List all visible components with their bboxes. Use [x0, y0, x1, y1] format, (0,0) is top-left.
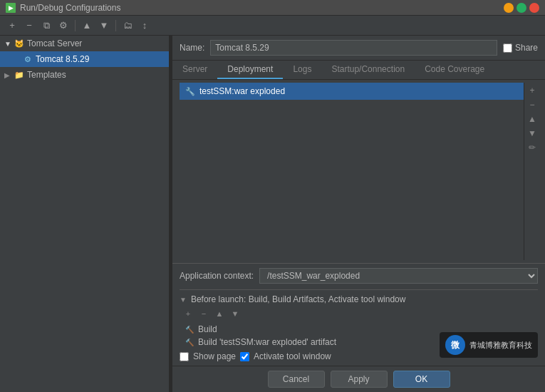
- artifact-label: testSSM:war exploded: [199, 86, 285, 96]
- sidebar-item-tomcat-8529[interactable]: ⚙ Tomcat 8.5.29: [0, 51, 169, 67]
- sidebar-item-tomcat-server[interactable]: ▼ 🐱 Tomcat Server: [0, 36, 169, 51]
- artifact-row-testssm[interactable]: 🔧 testSSM:war exploded: [180, 83, 524, 100]
- toolbar-separator-2: [115, 20, 116, 31]
- tab-code-coverage[interactable]: Code Coverage: [415, 61, 494, 79]
- name-row: Name: Share: [172, 36, 545, 61]
- bl-remove-button[interactable]: −: [197, 307, 211, 320]
- templates-label: Templates: [27, 70, 66, 80]
- tab-server[interactable]: Server: [172, 61, 217, 79]
- folder-button[interactable]: 🗂: [120, 18, 135, 33]
- artifact-remove-button[interactable]: −: [526, 98, 538, 111]
- watermark-text: 青城博雅教育科技: [469, 340, 532, 351]
- bl-down-button[interactable]: ▼: [228, 307, 242, 320]
- tomcat-server-label: Tomcat Server: [27, 38, 82, 48]
- window-controls: [504, 3, 539, 13]
- watermark: 微 青城博雅教育科技: [440, 332, 538, 358]
- add-config-button[interactable]: +: [4, 18, 20, 33]
- build-artifact-label: Build 'testSSM:war exploded' artifact: [198, 337, 336, 347]
- sidebar-item-templates[interactable]: ▶ 📁 Templates: [0, 67, 169, 83]
- minimize-button[interactable]: [504, 3, 514, 13]
- window-title: Run/Debug Configurations: [20, 3, 499, 13]
- build-artifact-icon: 🔨: [185, 338, 194, 346]
- close-button[interactable]: [529, 3, 539, 13]
- build-icon: 🔨: [185, 325, 194, 334]
- settings-button[interactable]: ⚙: [56, 18, 71, 33]
- tab-logs[interactable]: Logs: [283, 61, 321, 79]
- deployment-panel: 🔧 testSSM:war exploded + − ▲ ▼ ✏ Applica…: [172, 80, 545, 366]
- tab-startup[interactable]: Startup/Connection: [321, 61, 415, 79]
- artifact-edit-button[interactable]: ✏: [526, 141, 538, 154]
- name-label: Name:: [180, 43, 204, 53]
- artifact-add-button[interactable]: +: [526, 84, 538, 97]
- apply-button[interactable]: Apply: [331, 371, 388, 388]
- share-area: Share: [503, 43, 538, 53]
- artifact-move-down-button[interactable]: ▼: [526, 127, 538, 140]
- artifact-icon: 🔧: [185, 87, 195, 96]
- app-context-select[interactable]: /testSSM_war_exploded: [259, 268, 538, 284]
- bl-add-button[interactable]: +: [181, 307, 195, 320]
- tab-deployment[interactable]: Deployment: [217, 61, 283, 79]
- sort-button[interactable]: ↕: [137, 18, 152, 33]
- tomcat-server-arrow: ▼: [4, 40, 11, 48]
- artifact-list: 🔧 testSSM:war exploded: [180, 83, 524, 260]
- build-item-label: Build: [198, 324, 217, 334]
- cancel-button[interactable]: Cancel: [268, 371, 325, 388]
- dialog-buttons-row: Cancel Apply OK: [172, 366, 545, 392]
- app-icon: ▶: [6, 3, 16, 13]
- tomcat-8529-label: Tomcat 8.5.29: [36, 54, 89, 64]
- show-page-checkbox[interactable]: [180, 352, 189, 361]
- show-page-label: Show page: [193, 351, 236, 361]
- tomcat-server-icon: 🐱: [14, 38, 24, 48]
- title-bar: ▶ Run/Debug Configurations: [0, 0, 545, 16]
- app-context-row: Application context: /testSSM_war_explod…: [180, 268, 538, 284]
- before-launch-title: Before launch: Build, Build Artifacts, A…: [191, 294, 406, 304]
- artifacts-area: 🔧 testSSM:war exploded + − ▲ ▼ ✏: [180, 83, 538, 260]
- ok-button[interactable]: OK: [393, 371, 450, 388]
- before-launch-header: ▼ Before launch: Build, Build Artifacts,…: [180, 294, 538, 304]
- tabs-bar: Server Deployment Logs Startup/Connectio…: [172, 61, 545, 80]
- maximize-button[interactable]: [517, 3, 526, 13]
- copy-config-button[interactable]: ⧉: [38, 18, 54, 33]
- main-toolbar: + − ⧉ ⚙ ▲ ▼ 🗂 ↕: [0, 16, 545, 36]
- bl-up-button[interactable]: ▲: [212, 307, 227, 320]
- templates-arrow: ▶: [4, 71, 11, 79]
- activate-window-label: Activate tool window: [254, 351, 331, 361]
- before-launch-toolbar: + − ▲ ▼: [180, 307, 538, 320]
- share-label: Share: [515, 43, 538, 53]
- artifact-move-up-button[interactable]: ▲: [526, 113, 538, 125]
- move-up-button[interactable]: ▲: [79, 18, 95, 33]
- toolbar-separator-1: [75, 20, 76, 31]
- activate-window-checkbox[interactable]: [240, 352, 249, 361]
- before-launch-arrow[interactable]: ▼: [180, 296, 187, 304]
- sidebar: ▼ 🐱 Tomcat Server ⚙ Tomcat 8.5.29 ▶ 📁 Te…: [0, 36, 170, 392]
- templates-icon: 📁: [14, 70, 24, 80]
- app-context-label: Application context:: [180, 271, 254, 281]
- artifact-side-actions: + − ▲ ▼ ✏: [524, 83, 538, 260]
- remove-config-button[interactable]: −: [21, 18, 37, 33]
- tomcat-config-icon: ⚙: [23, 54, 33, 64]
- watermark-logo: 微: [445, 335, 465, 355]
- name-input[interactable]: [210, 40, 497, 56]
- move-down-button[interactable]: ▼: [96, 18, 112, 33]
- share-checkbox[interactable]: [503, 43, 512, 53]
